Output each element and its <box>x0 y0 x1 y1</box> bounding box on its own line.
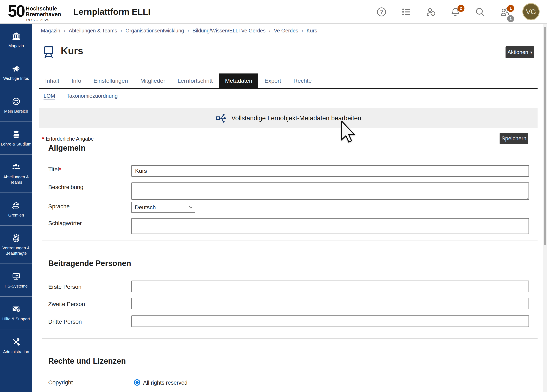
user-avatar[interactable]: VG <box>522 3 540 20</box>
sidebar-item-lehre-studium[interactable]: Lehre & Studium <box>0 122 32 154</box>
scrollbar-thumb[interactable] <box>544 27 546 245</box>
schlagwoerter-input[interactable] <box>131 218 529 234</box>
subtab-lom[interactable]: LOM <box>43 93 55 100</box>
books-icon <box>12 129 21 139</box>
section-heading-allgemein: Allgemein <box>48 144 86 153</box>
erste-person-input[interactable] <box>131 281 529 292</box>
sprache-select[interactable]: Deutsch <box>131 202 195 213</box>
section-divider <box>42 338 538 339</box>
dritte-person-label: Dritte Person <box>48 318 82 325</box>
actions-button[interactable]: Aktionen ▾ <box>506 46 534 58</box>
full-metadata-link: Vollständige Lernobjekt-Metadaten bearbe… <box>231 115 361 122</box>
search-button[interactable] <box>474 6 486 18</box>
breadcrumb-organisationsentwicklung[interactable]: Organisationsentwicklung <box>125 28 184 34</box>
sidebar-item-administration[interactable]: Administration <box>0 329 32 362</box>
logo-years: 1975 – 2025 <box>26 18 61 22</box>
beschreibung-label: Beschreibung <box>48 184 83 190</box>
committee-icon <box>12 201 21 210</box>
tab-mitglieder[interactable]: Mitglieder <box>134 74 171 88</box>
sidebar-item-abteilungen-teams[interactable]: Abteilungen & Teams <box>0 154 32 193</box>
section-heading-beitragende: Beitragende Personen <box>48 259 131 268</box>
logo-name-line1: Hochschule <box>26 6 61 12</box>
breadcrumb-separator: › <box>301 27 303 34</box>
svg-text:?: ? <box>380 9 383 15</box>
chevron-down-icon: ▾ <box>530 50 533 55</box>
app-title: Lernplattform ELLI <box>73 7 150 17</box>
monitor-icon <box>12 271 21 281</box>
contacts-button[interactable]: 1 1 <box>499 6 510 18</box>
tab-rechte[interactable]: Rechte <box>287 74 318 88</box>
sidebar-item-wichtige-infos[interactable]: Wichtige Infos <box>0 56 32 89</box>
required-asterisk: * <box>42 136 44 142</box>
breadcrumb-separator: › <box>269 27 271 34</box>
required-hint: *Erforderliche Angabe <box>42 136 94 142</box>
breadcrumb-kurs[interactable]: Kurs <box>307 28 317 34</box>
sidebar-item-magazin[interactable]: Magazin <box>0 24 32 56</box>
logo-50: 50 <box>8 2 24 20</box>
breadcrumb-magazin[interactable]: Magazin <box>41 28 60 34</box>
tab-info[interactable]: Info <box>66 74 88 88</box>
copyright-option-label: All rights reserved <box>143 380 187 386</box>
svg-text:?: ? <box>17 309 19 312</box>
notifications-button[interactable]: 2 <box>450 6 461 18</box>
titel-label: Titel* <box>48 166 63 173</box>
people-group-icon <box>12 162 21 172</box>
breadcrumb-abteilungen-teams[interactable]: Abteilungen & Teams <box>69 28 117 34</box>
section-heading-rechte: Rechte und Lizenzen <box>48 357 126 365</box>
titel-input[interactable] <box>131 165 529 177</box>
tab-einstellungen[interactable]: Einstellungen <box>87 74 134 88</box>
sidebar-item-gremien[interactable]: Gremien <box>0 193 32 225</box>
logo-name-line2: Bremerhaven <box>26 12 61 17</box>
section-divider <box>42 241 538 241</box>
sidebar-item-hs-systeme[interactable]: HS-Systeme <box>0 264 32 296</box>
required-asterisk: * <box>59 166 61 173</box>
tab-lernfortschritt[interactable]: Lernfortschritt <box>171 74 219 88</box>
course-icon <box>42 45 55 61</box>
svg-text:!: ! <box>432 12 433 15</box>
dritte-person-input[interactable] <box>131 315 529 327</box>
page-title: Kurs <box>61 45 83 56</box>
megaphone-icon <box>12 64 21 73</box>
breadcrumb: Magazin › Abteilungen & Teams › Organisa… <box>41 27 317 34</box>
copyright-radio-selected[interactable] <box>134 379 140 386</box>
breadcrumb-ve-gerdes[interactable]: Ve Gerdes <box>274 28 298 34</box>
erste-person-label: Erste Person <box>48 284 82 290</box>
subtab-taxonomiezuordnung[interactable]: Taxonomiezuordnung <box>67 93 118 100</box>
app-header: 50 Hochschule Bremerhaven 1975 – 2025 Le… <box>0 0 547 24</box>
breadcrumb-separator: › <box>64 27 66 34</box>
breadcrumb-separator: › <box>120 27 122 34</box>
contacts-badge-total: 1 <box>507 15 514 22</box>
list-icon <box>401 7 411 17</box>
search-icon <box>475 7 485 17</box>
save-button[interactable]: Speichern <box>499 133 528 144</box>
contacts-badge-new: 1 <box>507 5 514 12</box>
breadcrumb-separator: › <box>187 27 189 34</box>
tab-inhalt[interactable]: Inhalt <box>39 74 66 88</box>
university-logo[interactable]: 50 Hochschule Bremerhaven 1975 – 2025 <box>8 2 61 22</box>
main-sidebar: Magazin Wichtige Infos Mein Bereich Lehr… <box>0 24 32 392</box>
tab-bar: Inhalt Info Einstellungen Mitglieder Ler… <box>39 74 318 88</box>
notifications-badge: 2 <box>458 5 465 12</box>
bank-icon <box>12 31 21 41</box>
tab-underline <box>39 88 538 89</box>
breadcrumb-bildung-wissen[interactable]: Bildung/Wissen/ELLI Ve Gerdes <box>192 28 266 34</box>
user-status-button[interactable]: ! <box>425 6 437 18</box>
smiley-icon <box>12 97 21 106</box>
tab-metadaten[interactable]: Metadaten <box>219 74 258 88</box>
tab-export[interactable]: Export <box>258 74 287 88</box>
metadata-nodes-icon <box>215 113 226 124</box>
zweite-person-label: Zweite Person <box>48 301 85 307</box>
main-menu-button[interactable] <box>400 6 412 18</box>
help-button[interactable]: ? <box>376 6 387 18</box>
sidebar-item-vertretungen-beauftragte[interactable]: Vertretungen & Beauftragte <box>0 225 32 264</box>
zweite-person-input[interactable] <box>131 298 529 309</box>
sidebar-item-mein-bereich[interactable]: Mein Bereich <box>0 89 32 122</box>
mail-help-icon: ? <box>12 304 21 314</box>
tools-icon <box>12 337 21 347</box>
full-metadata-banner[interactable]: Vollständige Lernobjekt-Metadaten bearbe… <box>39 108 538 128</box>
sprache-label: Sprache <box>48 203 70 210</box>
sidebar-item-hilfe-support[interactable]: ? Hilfe & Support <box>0 296 32 329</box>
help-icon: ? <box>376 7 387 17</box>
beschreibung-textarea[interactable] <box>131 182 529 200</box>
schlagwoerter-label: Schlagwörter <box>48 220 82 227</box>
